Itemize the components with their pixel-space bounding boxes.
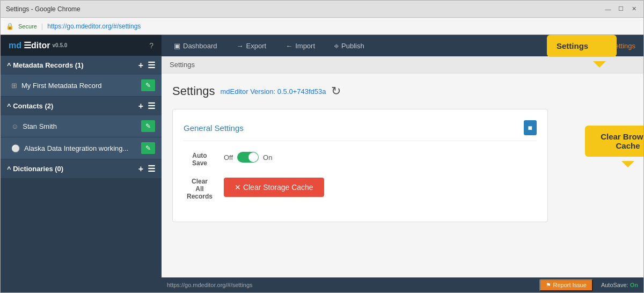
contact1-label: Stan Smith: [23, 122, 141, 130]
version-text[interactable]: mdEditor Version: 0.5.0+743fd53a: [221, 87, 326, 96]
contacts-section-actions: + ☰: [138, 101, 155, 111]
maximize-button[interactable]: ☐: [617, 5, 625, 13]
contacts-section-label: ^ Contacts (2): [7, 102, 53, 110]
autosave-on-label: On: [630, 282, 638, 288]
clear-label: Clear All Records: [184, 178, 216, 200]
autosave-status: AutoSave: On: [601, 282, 638, 288]
toggle-container: Off On: [224, 152, 272, 163]
autosave-row: Auto Save Off On: [184, 152, 537, 167]
logo-editor: ☰ditor: [24, 40, 50, 50]
github-icon[interactable]: ↻: [331, 84, 341, 98]
clear-all-text2: All: [184, 185, 216, 193]
address-bar: 🔒 Secure | https://go.mdeditor.org/#/set…: [1, 18, 643, 35]
url-text[interactable]: https://go.mdeditor.org/#/settings: [47, 23, 141, 30]
contacts-section-header[interactable]: ^ Contacts (2) + ☰: [1, 97, 162, 115]
toggle-off-label: Off: [224, 153, 233, 162]
edit-contact2-button[interactable]: ✎: [141, 142, 155, 154]
autosave-toggle[interactable]: [237, 152, 259, 163]
publish-label: Publish: [341, 42, 364, 50]
nav-dashboard[interactable]: ▣ Dashboard: [170, 39, 222, 53]
app-logo: md ☰ditor v0.5.0: [9, 40, 67, 50]
menu-metadata-button[interactable]: ☰: [148, 60, 155, 70]
minimize-button[interactable]: —: [604, 5, 612, 13]
sidebar-item-contact2[interactable]: ⚪ Alaska Data Integration working... ✎: [1, 137, 162, 159]
clear-all-text: Clear: [184, 178, 216, 185]
contact2-label: Alaska Data Integration working...: [24, 144, 141, 152]
window-controls: — ☐ ✕: [604, 5, 638, 13]
main-content: Settings Settings mdEditor Version: 0.5.…: [162, 56, 643, 277]
general-settings-label: General Settings: [184, 123, 244, 133]
menu-contact-button[interactable]: ☰: [148, 101, 155, 111]
dictionaries-section-header[interactable]: ^ Dictionaries (0) + ☰: [1, 159, 162, 178]
title-bar: Settings - Google Chrome — ☐ ✕: [1, 1, 643, 18]
help-icon[interactable]: ?: [149, 41, 153, 50]
dashboard-label: Dashboard: [183, 42, 217, 50]
clear-row: Clear All Records ✕ Clear Storage Cache: [184, 178, 537, 200]
content-body: Settings mdEditor Version: 0.5.0+743fd53…: [162, 74, 643, 277]
add-contact-button[interactable]: +: [138, 101, 143, 111]
autosave-label: Auto Save: [184, 152, 216, 167]
browser-title: Settings - Google Chrome: [6, 5, 604, 13]
lock-icon: 🔒: [6, 23, 14, 30]
browser-window: Settings - Google Chrome — ☐ ✕ 🔒 Secure …: [0, 0, 644, 293]
metadata-item-label: My First Metadata Record: [21, 82, 141, 90]
sidebar-header: md ☰ditor v0.5.0 ?: [1, 35, 162, 56]
page-title-text: Settings: [172, 84, 215, 98]
edit-metadata-button[interactable]: ✎: [141, 79, 155, 91]
person-icon: ☺: [11, 122, 18, 130]
metadata-section-header[interactable]: ^ Metadata Records (1) + ☰: [1, 56, 162, 75]
settings-tooltip: Settings: [547, 35, 617, 57]
metadata-section-label: ^ Metadata Records (1): [7, 61, 84, 69]
group-icon: ⚪: [11, 144, 20, 152]
menu-dict-button[interactable]: ☰: [148, 164, 155, 174]
breadcrumb: Settings: [162, 56, 643, 74]
dictionaries-section-label: ^ Dictionaries (0): [7, 165, 63, 173]
clear-browser-cache-tooltip: Clear Browser Cache: [585, 126, 643, 157]
sidebar: md ☰ditor v0.5.0 ? ^ Metadata Records (1…: [1, 35, 162, 292]
autosave-label-text: Auto: [184, 152, 216, 159]
publish-icon: ⎆: [334, 42, 339, 50]
nav-import[interactable]: ← Import: [281, 39, 319, 53]
clear-records-text: Records: [184, 193, 216, 200]
edit-contact1-button[interactable]: ✎: [141, 120, 155, 132]
export-icon: →: [237, 42, 244, 50]
autosave-label-save: Save: [184, 159, 216, 167]
dictionaries-section-actions: + ☰: [138, 164, 155, 174]
grid-icon: ⊞: [11, 82, 17, 90]
nav-export[interactable]: → Export: [232, 39, 271, 53]
settings-tooltip-text: Settings: [557, 41, 588, 50]
logo-version: v0.5.0: [53, 42, 68, 48]
sidebar-item-contact1[interactable]: ☺ Stan Smith ✎: [1, 115, 162, 137]
bottom-url: https://go.mdeditor.org/#/settings: [167, 282, 253, 288]
import-icon: ←: [286, 42, 292, 50]
add-dict-button[interactable]: +: [138, 164, 143, 174]
settings-card: General Settings ■ Auto Save Off: [172, 109, 548, 222]
dashboard-icon: ▣: [174, 42, 180, 50]
add-metadata-button[interactable]: +: [138, 61, 143, 70]
import-label: Import: [295, 42, 315, 50]
export-label: Export: [246, 42, 267, 50]
bottom-right: ⚑ Report Issue AutoSave: On: [539, 279, 638, 291]
card-title: General Settings ■: [184, 120, 537, 141]
secure-label: Secure: [18, 23, 37, 30]
clear-browser-cache-tooltip-text: Clear Browser Cache: [601, 132, 643, 150]
nav-publish[interactable]: ⎆ Publish: [330, 39, 369, 53]
logo-md: md: [9, 41, 21, 50]
metadata-section-actions: + ☰: [138, 60, 155, 70]
close-button[interactable]: ✕: [630, 5, 638, 13]
divider: |: [41, 22, 43, 30]
toggle-on-label: On: [263, 153, 272, 162]
clear-storage-cache-button[interactable]: ✕ Clear Storage Cache: [224, 178, 324, 197]
report-issue-button[interactable]: ⚑ Report Issue: [539, 279, 592, 291]
bottom-bar: https://go.mdeditor.org/#/settings ⚑ Rep…: [162, 277, 643, 292]
page-title: Settings mdEditor Version: 0.5.0+743fd53…: [172, 84, 633, 98]
sidebar-item-metadata[interactable]: ⊞ My First Metadata Record ✎: [1, 75, 162, 97]
card-action-button[interactable]: ■: [524, 120, 537, 135]
